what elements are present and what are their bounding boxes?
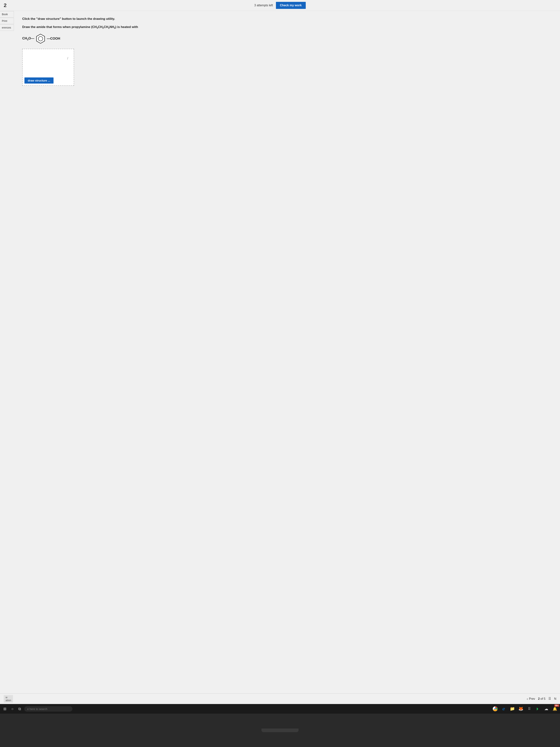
taskbar-search-input[interactable]: [24, 706, 73, 712]
nav-label-w: w ation: [4, 695, 13, 702]
check-my-work-button[interactable]: Check my work: [276, 2, 306, 9]
page-total: 5: [544, 697, 545, 700]
page-content: Click the "draw structure" button to lau…: [15, 11, 560, 693]
firefox-taskbar-icon[interactable]: 🦊: [517, 705, 524, 712]
page-current: 2: [538, 697, 540, 700]
page-indicator: 2 of 5: [538, 697, 545, 700]
attempts-text: 3 attempts left: [254, 4, 273, 7]
laptop-hinge: [262, 728, 298, 732]
notification-icon[interactable]: 🔔 99+: [552, 705, 558, 712]
chem-left: CH3O—: [22, 36, 34, 41]
sidebar: Book Print erences: [0, 11, 14, 31]
page-of: of: [540, 697, 544, 700]
benzene-ring-svg: [35, 33, 46, 44]
prev-button[interactable]: ‹ Prev: [527, 697, 535, 701]
folder-taskbar-icon[interactable]: 📁: [509, 705, 515, 712]
chevron-left-icon: ‹: [527, 697, 528, 701]
grid-icon[interactable]: ⠿: [548, 697, 551, 701]
nav-label-sub: ation: [5, 699, 11, 702]
nav-left: w ation: [4, 695, 13, 702]
sidebar-item-book[interactable]: Book: [0, 11, 14, 18]
top-bar: 2 3 attempts left Check my work: [0, 0, 560, 11]
chem-right: —COOH: [47, 37, 60, 41]
problem-text: Draw the amide that forms when propylami…: [22, 25, 553, 30]
prev-label: Prev: [529, 697, 535, 700]
task-view-button[interactable]: ⧉: [17, 706, 22, 712]
draw-structure-button[interactable]: draw structure ...: [24, 77, 54, 83]
drawing-area: / draw structure ...: [22, 49, 74, 86]
apps-grid-icon[interactable]: ⠿: [526, 705, 533, 712]
nav-label-top: w: [5, 696, 11, 699]
sidebar-item-print[interactable]: Print: [0, 18, 14, 24]
svg-point-5: [495, 708, 496, 710]
svg-marker-0: [36, 34, 45, 43]
spotify-icon[interactable]: ⏵: [534, 705, 541, 712]
app-nav-bar: w ation ‹ Prev 2 of 5 ⠿ N: [0, 693, 560, 704]
chemical-structure: CH3O— —COOH: [22, 33, 553, 44]
slash-mark: /: [67, 56, 68, 60]
laptop-body: [0, 714, 560, 747]
nav-right: ‹ Prev 2 of 5 ⠿ N: [527, 697, 556, 701]
windows-start-button[interactable]: ⊞: [2, 706, 8, 712]
instruction-text: Click the "draw structure" button to lau…: [22, 17, 553, 21]
chrome-taskbar-icon[interactable]: [492, 705, 499, 712]
question-number: 2: [4, 2, 7, 8]
taskbar: ⊞ ○ ⧉ ℯ 📁 🦊 ⠿ ⏵ ☁: [0, 704, 560, 714]
cloud-icon[interactable]: ☁: [543, 705, 550, 712]
main-content: 2 3 attempts left Check my work Book Pri…: [0, 0, 560, 704]
search-button[interactable]: ○: [10, 706, 15, 712]
next-label: N: [554, 697, 556, 700]
notification-badge: 99+: [554, 704, 559, 707]
win-search-area: ⊞ ○ ⧉: [2, 706, 73, 712]
sidebar-item-references[interactable]: erences: [0, 24, 14, 31]
edge-taskbar-icon[interactable]: ℯ: [500, 705, 507, 712]
taskbar-icons: ℯ 📁 🦊 ⠿ ⏵ ☁ 🔔 99+: [492, 705, 558, 712]
